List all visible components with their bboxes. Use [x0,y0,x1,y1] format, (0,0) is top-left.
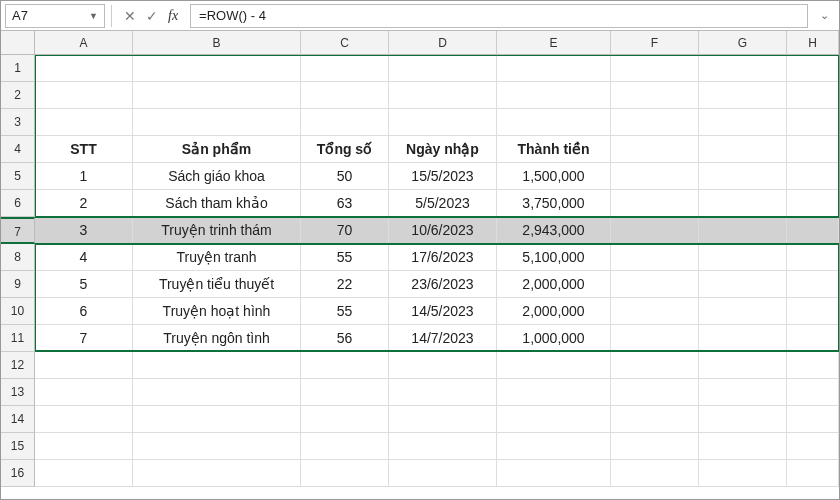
header-san-pham[interactable]: Sản phẩm [133,136,301,163]
cell[interactable] [497,433,611,460]
cell[interactable] [611,379,699,406]
cell[interactable] [301,55,389,82]
row-header-10[interactable]: 10 [1,298,35,325]
cell[interactable] [389,379,497,406]
cell[interactable] [133,379,301,406]
cell[interactable] [301,379,389,406]
cell-nn[interactable]: 14/7/2023 [389,325,497,352]
cell[interactable] [389,460,497,487]
cell[interactable] [787,190,839,217]
cell[interactable] [787,406,839,433]
cell[interactable] [699,136,787,163]
cell[interactable] [35,109,133,136]
cell[interactable] [133,406,301,433]
cell-stt[interactable]: 5 [35,271,133,298]
formula-input[interactable]: =ROW() - 4 [190,4,808,28]
cell[interactable] [35,352,133,379]
cell[interactable] [611,271,699,298]
cell-stt[interactable]: 4 [35,244,133,271]
cell[interactable] [787,298,839,325]
cell[interactable] [787,433,839,460]
cell[interactable] [611,325,699,352]
cell[interactable] [497,109,611,136]
col-header-C[interactable]: C [301,31,389,55]
cell[interactable] [787,109,839,136]
cell[interactable] [133,55,301,82]
cell[interactable] [133,352,301,379]
row-header-14[interactable]: 14 [1,406,35,433]
cell[interactable] [301,82,389,109]
cell-ts[interactable]: 55 [301,298,389,325]
cell[interactable] [133,433,301,460]
cell[interactable] [787,271,839,298]
cell[interactable] [133,82,301,109]
cell[interactable] [699,55,787,82]
cell[interactable] [301,109,389,136]
cell-tt[interactable]: 1,500,000 [497,163,611,190]
cell-stt[interactable]: 2 [35,190,133,217]
row-header-7[interactable]: 7 [1,217,35,244]
cell[interactable] [35,82,133,109]
header-tong-so[interactable]: Tổng số [301,136,389,163]
grid[interactable]: STT Sản phẩm Tổng số Ngày nhập Thành tiề… [35,55,839,499]
cell[interactable] [497,82,611,109]
cell[interactable] [787,163,839,190]
cell[interactable] [389,109,497,136]
cell-ts[interactable]: 63 [301,190,389,217]
cell[interactable] [133,109,301,136]
cell-tt[interactable]: 3,750,000 [497,190,611,217]
cell-sp[interactable]: Sách tham khảo [133,190,301,217]
col-header-F[interactable]: F [611,31,699,55]
cell-sp[interactable]: Sách giáo khoa [133,163,301,190]
confirm-icon[interactable]: ✓ [146,9,158,23]
cell[interactable] [611,109,699,136]
cell[interactable] [699,352,787,379]
row-header-4[interactable]: 4 [1,136,35,163]
name-box[interactable]: A7 ▼ [5,4,105,28]
row-header-15[interactable]: 15 [1,433,35,460]
cell-sp[interactable]: Truyện ngôn tình [133,325,301,352]
cell[interactable] [611,244,699,271]
col-header-A[interactable]: A [35,31,133,55]
cell[interactable] [611,298,699,325]
row-header-8[interactable]: 8 [1,244,35,271]
cell[interactable] [787,217,839,244]
cell-tt[interactable]: 2,943,000 [497,217,611,244]
cell[interactable] [787,244,839,271]
cell[interactable] [787,352,839,379]
cell[interactable] [497,406,611,433]
cell[interactable] [389,406,497,433]
cell-ts[interactable]: 50 [301,163,389,190]
col-header-G[interactable]: G [699,31,787,55]
cell[interactable] [787,325,839,352]
cell[interactable] [611,406,699,433]
cell-tt[interactable]: 1,000,000 [497,325,611,352]
cell[interactable] [389,82,497,109]
cell[interactable] [611,217,699,244]
cell-nn[interactable]: 23/6/2023 [389,271,497,298]
row-header-16[interactable]: 16 [1,460,35,487]
cell[interactable] [699,460,787,487]
row-header-9[interactable]: 9 [1,271,35,298]
row-header-12[interactable]: 12 [1,352,35,379]
cell[interactable] [611,190,699,217]
col-header-D[interactable]: D [389,31,497,55]
cell[interactable] [611,352,699,379]
col-header-E[interactable]: E [497,31,611,55]
cell-ts[interactable]: 70 [301,217,389,244]
cell[interactable] [35,379,133,406]
row-header-5[interactable]: 5 [1,163,35,190]
row-header-6[interactable]: 6 [1,190,35,217]
cell[interactable] [699,244,787,271]
cell-stt[interactable]: 3 [35,217,133,244]
header-thanh-tien[interactable]: Thành tiền [497,136,611,163]
cell-nn[interactable]: 14/5/2023 [389,298,497,325]
cell[interactable] [497,352,611,379]
cell-nn[interactable]: 10/6/2023 [389,217,497,244]
cell[interactable] [389,352,497,379]
cell[interactable] [133,460,301,487]
cell[interactable] [301,460,389,487]
cell[interactable] [301,433,389,460]
expand-formula-icon[interactable]: ⌄ [814,9,835,22]
col-header-B[interactable]: B [133,31,301,55]
